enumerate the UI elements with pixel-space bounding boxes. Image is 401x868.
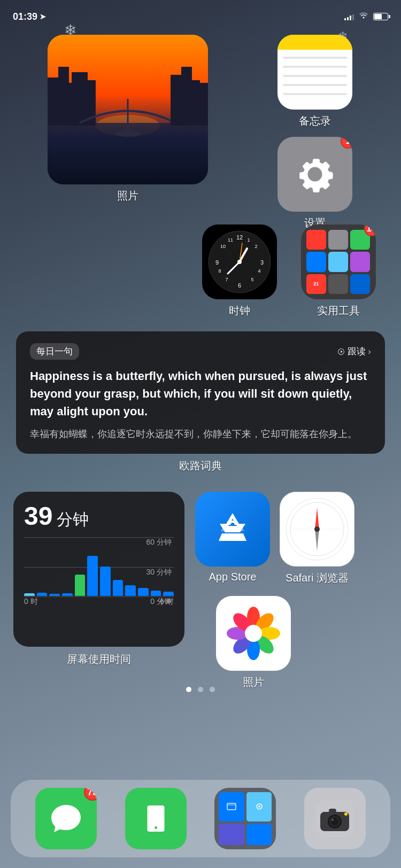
app-column-notes-settings: 备忘录 1 设置 bbox=[273, 35, 356, 230]
appstore-icon[interactable] bbox=[195, 492, 270, 567]
phone-icon[interactable] bbox=[125, 788, 187, 849]
chart-bar-7 bbox=[100, 567, 111, 596]
signal-bar-3 bbox=[350, 15, 351, 20]
chevron-right-icon: › bbox=[368, 346, 371, 357]
status-bar: 01:39 ➤ bbox=[0, 0, 401, 27]
status-time: 01:39 ➤ bbox=[13, 11, 46, 22]
appstore-safari-row: App Store Safa bbox=[195, 492, 354, 585]
svg-text:4: 4 bbox=[258, 268, 260, 274]
svg-text:5: 5 bbox=[251, 277, 253, 282]
app-item-settings[interactable]: 1 设置 bbox=[273, 137, 356, 230]
svg-text:2: 2 bbox=[255, 244, 257, 249]
signal-bar-2 bbox=[347, 17, 349, 20]
utilities-folder-icon[interactable]: 14 21 bbox=[301, 224, 376, 299]
follow-read-btn[interactable]: 跟读 › bbox=[337, 345, 371, 358]
settings-badge: 1 bbox=[341, 137, 352, 149]
dictionary-widget[interactable]: 每日一句 跟读 › Happiness is a butterfly, whic… bbox=[16, 331, 385, 454]
svg-point-58 bbox=[331, 818, 338, 825]
signal-bar-1 bbox=[344, 18, 346, 20]
dock: 73 bbox=[11, 780, 390, 857]
svg-text:10: 10 bbox=[220, 244, 225, 249]
chart-x-labels: 0 时 6 时 bbox=[24, 597, 174, 607]
svg-text:7: 7 bbox=[225, 277, 228, 282]
notes-icon[interactable] bbox=[277, 35, 352, 110]
dict-english-text: Happiness is a butterfly, which when pur… bbox=[30, 367, 371, 420]
mini-app-3 bbox=[219, 824, 244, 846]
svg-point-48 bbox=[245, 625, 262, 642]
chart-bar-11 bbox=[151, 591, 161, 596]
dict-app-label: 欧路词典 bbox=[179, 459, 222, 473]
screentime-widget[interactable]: 39 分钟 60 分钟 30 分钟 0 分钟 bbox=[13, 492, 184, 647]
svg-point-31 bbox=[237, 260, 242, 264]
dock-mini-folder-icon[interactable] bbox=[214, 788, 276, 849]
settings-icon[interactable]: 1 bbox=[277, 137, 352, 212]
svg-rect-12 bbox=[197, 83, 208, 126]
svg-rect-14 bbox=[125, 126, 130, 135]
safari-label: Safari 浏览器 bbox=[286, 571, 349, 585]
app-item-photos-small[interactable]: 照片 bbox=[216, 596, 291, 689]
app-item-utilities[interactable]: 14 21 实用工具 bbox=[297, 224, 380, 318]
svg-text:12: 12 bbox=[236, 234, 242, 241]
app-item-photos-large[interactable]: 照片 bbox=[45, 35, 211, 203]
camera-icon[interactable] bbox=[304, 788, 366, 849]
screentime-minutes: 39 bbox=[24, 503, 52, 529]
dict-chinese-text: 幸福有如蝴蝶，你追逐它时永远捉不到，你静坐下来，它却可能落在你身上。 bbox=[30, 427, 371, 442]
chart-bar-6 bbox=[87, 556, 98, 596]
svg-point-38 bbox=[314, 526, 320, 532]
app-item-safari[interactable]: Safari 浏览器 bbox=[280, 492, 354, 585]
signal-bars bbox=[344, 13, 354, 20]
signal-bar-4 bbox=[352, 14, 354, 20]
wifi-icon bbox=[358, 12, 369, 21]
status-right bbox=[344, 12, 388, 21]
svg-text:11: 11 bbox=[227, 237, 233, 243]
svg-rect-60 bbox=[329, 809, 336, 813]
appstore-label: App Store bbox=[209, 571, 257, 583]
svg-text:3: 3 bbox=[260, 259, 263, 266]
location-arrow-icon: ➤ bbox=[40, 12, 46, 21]
app-item-appstore[interactable]: App Store bbox=[195, 492, 270, 585]
app-column-right: App Store Safa bbox=[195, 492, 354, 689]
chart-bar-9 bbox=[125, 585, 136, 596]
svg-text:6: 6 bbox=[237, 282, 241, 289]
time-display: 01:39 bbox=[13, 11, 37, 22]
chart-bar-1 bbox=[24, 593, 35, 596]
dict-widget-header: 每日一句 跟读 › bbox=[30, 343, 371, 360]
chart-x-label-6: 6 时 bbox=[160, 597, 174, 607]
app-item-notes[interactable]: 备忘录 bbox=[273, 35, 356, 128]
battery-fill bbox=[374, 14, 382, 19]
photos-small-label: 照片 bbox=[243, 675, 264, 689]
dock-app-camera[interactable] bbox=[304, 788, 366, 849]
chart-bar-5 bbox=[75, 575, 86, 596]
photos-large-icon[interactable] bbox=[48, 35, 208, 184]
safari-icon[interactable] bbox=[280, 492, 354, 567]
screentime-chart: 60 分钟 30 分钟 0 分钟 bbox=[24, 537, 174, 607]
clock-label: 时钟 bbox=[229, 304, 250, 318]
app-row-1: 照片 备忘录 1 设置 bbox=[0, 35, 401, 230]
screentime-label: 屏幕使用时间 bbox=[13, 652, 184, 666]
svg-text:8: 8 bbox=[218, 268, 221, 274]
dock-app-messages[interactable]: 73 bbox=[35, 788, 97, 849]
svg-point-53 bbox=[258, 805, 260, 808]
mini-app-2 bbox=[246, 792, 272, 821]
screentime-time-display: 39 分钟 bbox=[24, 503, 174, 531]
chart-bar-4 bbox=[62, 593, 73, 596]
chart-x-label-0: 0 时 bbox=[24, 597, 38, 607]
photos-large-label: 照片 bbox=[117, 189, 138, 203]
chart-bar-3 bbox=[49, 594, 60, 596]
notes-label: 备忘录 bbox=[299, 114, 331, 128]
chart-bar-10 bbox=[138, 588, 149, 596]
dock-app-phone[interactable] bbox=[125, 788, 187, 849]
utilities-label: 实用工具 bbox=[317, 304, 360, 318]
app-item-clock[interactable]: 12 3 6 9 1 2 4 5 7 8 10 11 时钟 bbox=[198, 224, 281, 318]
mini-app-4 bbox=[246, 824, 272, 846]
dock-app-mini-folder[interactable] bbox=[214, 788, 276, 849]
follow-read-label: 跟读 bbox=[348, 345, 366, 358]
svg-rect-50 bbox=[227, 803, 236, 810]
clock-icon[interactable]: 12 3 6 9 1 2 4 5 7 8 10 11 bbox=[202, 224, 277, 299]
svg-text:1: 1 bbox=[247, 237, 250, 243]
messages-icon[interactable]: 73 bbox=[35, 788, 97, 849]
mini-app-1 bbox=[219, 792, 244, 821]
photos-small-icon[interactable] bbox=[216, 596, 291, 671]
app-row-2: 12 3 6 9 1 2 4 5 7 8 10 11 时钟 bbox=[190, 224, 388, 318]
screentime-unit: 分钟 bbox=[57, 509, 89, 531]
